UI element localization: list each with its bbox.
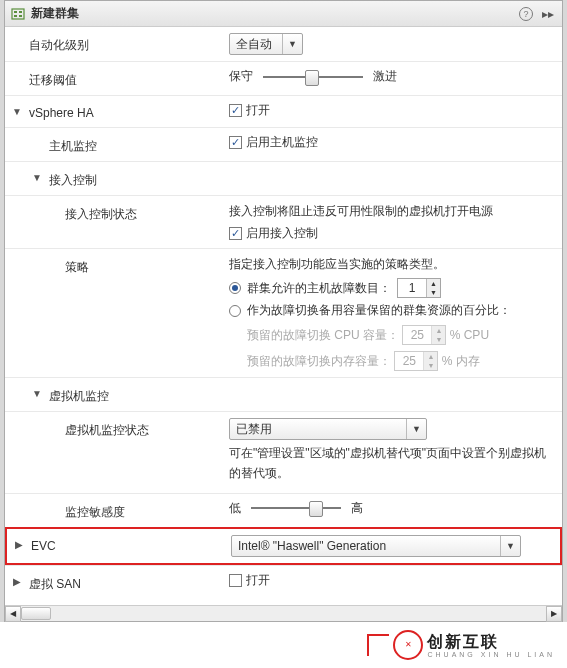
label-automation: 自动化级别 [29,33,229,54]
label-vsan: 虚拟 SAN [29,572,229,593]
label-vm-status: 虚拟机监控状态 [65,418,229,439]
row-vsphere-ha: ▼ vSphere HA ✓ 打开 [5,95,562,127]
content-scroll[interactable]: 自动化级别 全自动 ▼ 迁移阈值 保守 激进 ▼ vSphere HA [5,27,562,605]
row-vm-monitoring-status: 虚拟机监控状态 已禁用 ▼ 可在"管理设置"区域的"虚拟机替代项"页面中设置个别… [5,411,562,492]
expand-icon[interactable]: ▶ [5,572,29,587]
svg-rect-1 [14,11,17,13]
select-automation-level[interactable]: 全自动 ▼ [229,33,303,55]
select-evc[interactable]: Intel® "Haswell" Generation ▼ [231,535,521,557]
chevron-down-icon: ▼ [282,34,302,54]
slider-sensitivity[interactable]: 低 高 [229,500,363,517]
collapse-icon[interactable]: ▼ [5,384,49,399]
spinner-down-icon: ▼ [427,288,440,297]
select-vm-monitoring[interactable]: 已禁用 ▼ [229,418,427,440]
svg-rect-3 [14,15,17,17]
row-vsan: ▶ 虚拟 SAN 打开 [5,565,562,599]
vm-status-desc: 可在"管理设置"区域的"虚拟机替代项"页面中设置个别虚拟机的替代项。 [229,444,548,482]
row-migration-threshold: 迁移阈值 保守 激进 [5,61,562,95]
checkbox-host-monitoring[interactable]: ✓ 启用主机监控 [229,134,318,151]
label-policy: 策略 [65,255,229,276]
checkbox-vsan[interactable]: 打开 [229,572,270,589]
label-vm-monitoring: 虚拟机监控 [49,384,229,405]
label-evc: EVC [31,535,231,553]
row-policy: 策略 指定接入控制功能应当实施的策略类型。 群集允许的主机故障数目： 1 ▲▼ … [5,248,562,377]
new-cluster-dialog: 新建群集 ? ▸▸ 自动化级别 全自动 ▼ 迁移阈值 保守 激 [4,0,563,622]
brand-redbox-corner [367,634,389,656]
brand-logo-icon: ✕ [393,630,423,660]
checkmark-icon: ✓ [229,136,242,149]
policy-desc: 指定接入控制功能应当实施的策略类型。 [229,255,548,274]
svg-rect-0 [12,9,24,19]
spinner-up-icon: ▲ [427,279,440,288]
chevron-down-icon: ▼ [500,536,520,556]
dialog-title: 新建群集 [31,5,512,22]
slider-migration[interactable]: 保守 激进 [229,68,397,85]
label-admission: 接入控制 [49,168,229,189]
scroll-right-icon[interactable]: ▶ [546,606,562,622]
row-admission-control: ▼ 接入控制 [5,161,562,195]
svg-rect-2 [19,11,22,13]
label-admission-status: 接入控制状态 [65,202,229,223]
checkbox-admission[interactable]: ✓ 启用接入控制 [229,225,318,242]
titlebar: 新建群集 ? ▸▸ [5,1,562,27]
svg-rect-4 [19,15,22,17]
collapse-icon[interactable]: ▼ [5,168,49,183]
help-icon[interactable]: ? [518,6,534,22]
spinner-cpu-reserve: 25 ▲▼ [402,325,446,345]
brand-sub: CHUANG XIN HU LIAN [427,651,555,658]
label-host-monitoring: 主机监控 [49,134,229,155]
chevron-down-icon: ▼ [406,419,426,439]
cluster-icon [11,7,25,21]
label-vsphere-ha: vSphere HA [29,102,229,120]
scroll-left-icon[interactable]: ◀ [5,606,21,622]
expand-icon[interactable]: ▸▸ [540,6,556,22]
row-evc: ▶ EVC Intel® "Haswell" Generation ▼ [5,527,562,565]
brand-footer: ✕ 创新互联 CHUANG XIN HU LIAN [0,622,567,668]
spinner-host-failures[interactable]: 1 ▲▼ [397,278,441,298]
row-automation-level: 自动化级别 全自动 ▼ [5,27,562,61]
row-admission-status: 接入控制状态 接入控制将阻止违反可用性限制的虚拟机打开电源 ✓ 启用接入控制 [5,195,562,248]
collapse-icon[interactable]: ▼ [5,102,29,117]
radio-capacity-reserve[interactable] [229,305,241,317]
horizontal-scrollbar[interactable]: ◀ ▶ [5,605,562,621]
checkmark-icon: ✓ [229,227,242,240]
admission-desc: 接入控制将阻止违反可用性限制的虚拟机打开电源 [229,202,548,221]
scroll-handle[interactable] [21,607,51,620]
radio-host-failures[interactable] [229,282,241,294]
brand-main: 创新互联 [427,632,555,653]
checkmark-icon: ✓ [229,104,242,117]
expand-icon[interactable]: ▶ [7,535,31,550]
row-host-monitoring: 主机监控 ✓ 启用主机监控 [5,127,562,161]
svg-text:?: ? [523,9,528,19]
row-sensitivity: 监控敏感度 低 高 [5,493,562,527]
label-sensitivity: 监控敏感度 [65,500,229,521]
checkbox-ha-enable[interactable]: ✓ 打开 [229,102,270,119]
label-migration: 迁移阈值 [29,68,229,89]
row-vm-monitoring: ▼ 虚拟机监控 [5,377,562,411]
spinner-mem-reserve: 25 ▲▼ [394,351,438,371]
